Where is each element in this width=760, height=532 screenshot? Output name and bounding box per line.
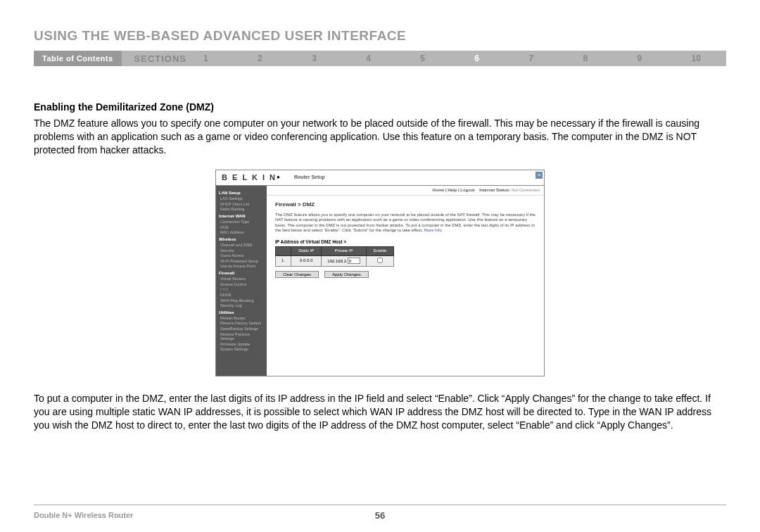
sb-dns[interactable]: DNS — [219, 225, 264, 230]
para-instructions: To put a computer in the DMZ, enter the … — [34, 392, 726, 432]
section-10[interactable]: 10 — [688, 53, 705, 63]
status-value: Not Connected — [512, 188, 540, 192]
sb-sec-log[interactable]: Security Log — [219, 303, 264, 308]
router-header: B E L K I N ● Router Setup × — [216, 170, 544, 186]
ip-label: IP Address of Virtual DMZ Host > — [275, 239, 536, 245]
sb-ddns[interactable]: DDNS — [219, 293, 264, 298]
sb-access-control[interactable]: Access Control — [219, 282, 264, 287]
sb-conn-type[interactable]: Connection Type — [219, 220, 264, 224]
topbar-links[interactable]: Home | Help | Logout — [433, 188, 475, 192]
toc-link[interactable]: Table of Contents — [34, 51, 122, 66]
sb-virtual-servers[interactable]: Virtual Servers — [219, 277, 264, 281]
private-ip-input[interactable] — [348, 258, 360, 264]
page-number: 56 — [375, 510, 385, 521]
sb-save-backup[interactable]: Save/Backup Settings — [219, 327, 264, 331]
clear-changes-button[interactable]: Clear Changes — [275, 271, 319, 278]
th-enable: Enable — [366, 247, 394, 255]
section-7[interactable]: 7 — [524, 53, 538, 63]
section-4[interactable]: 4 — [362, 53, 375, 63]
sb-static-routing[interactable]: Static Routing — [219, 207, 264, 212]
apply-changes-button[interactable]: Apply Changes — [324, 271, 369, 278]
dmz-table: Static IP Private IP Enable 1. 0.0.0.0 1… — [275, 246, 394, 266]
sb-utilities[interactable]: Utilities — [219, 310, 264, 315]
more-info-link[interactable]: More Info — [424, 228, 442, 232]
sb-firmware[interactable]: Firmware Update — [219, 342, 264, 347]
sb-ap[interactable]: Use as Access Point — [219, 264, 264, 269]
sb-restore-default[interactable]: Restore Factory Default — [219, 321, 264, 326]
sb-firewall[interactable]: Firewall — [219, 271, 264, 276]
th-blank — [276, 247, 291, 255]
sb-internet-wan[interactable]: Internet WAN — [219, 214, 264, 219]
sb-dmz[interactable]: DMZ — [219, 287, 264, 292]
section-6[interactable]: 6 — [470, 53, 483, 63]
close-icon[interactable]: × — [536, 172, 543, 179]
section-numbers: 1 2 3 4 5 6 7 8 9 10 — [199, 53, 726, 63]
router-topbar: Home | Help | Logout Internet Status: No… — [267, 186, 544, 196]
sb-restore-prev[interactable]: Restore Previous Settings — [219, 332, 264, 341]
section-9[interactable]: 9 — [633, 53, 647, 63]
sb-wps[interactable]: Wi-Fi Protected Setup — [219, 259, 264, 264]
page-title: USING THE WEB-BASED ADVANCED USER INTERF… — [34, 28, 726, 44]
section-1[interactable]: 1 — [199, 53, 213, 63]
router-screenshot: B E L K I N ● Router Setup × LAN Setup L… — [215, 170, 545, 376]
breadcrumb: Firewall > DMZ — [275, 201, 536, 208]
private-ip-cell: 192.168.2. — [322, 255, 366, 266]
belkin-logo: B E L K I N — [222, 173, 277, 182]
th-private-ip: Private IP — [322, 247, 366, 255]
product-name: Double N+ Wireless Router — [34, 511, 133, 519]
page-footer: Double N+ Wireless Router 56 — [34, 505, 726, 519]
router-setup-label: Router Setup — [294, 175, 325, 180]
sb-system[interactable]: System Settings — [219, 347, 264, 352]
enable-checkbox[interactable] — [377, 258, 383, 263]
sb-channel[interactable]: Channel and SSID — [219, 243, 264, 248]
section-bar: Table of Contents SECTIONS 1 2 3 4 5 6 7… — [34, 51, 726, 66]
router-desc: The DMZ feature allows you to specify on… — [275, 213, 536, 234]
sb-security[interactable]: Security — [219, 248, 264, 253]
sb-restart[interactable]: Restart Router — [219, 316, 264, 321]
logo-dot-icon: ● — [277, 174, 280, 181]
row-num: 1. — [276, 255, 291, 266]
sb-mac[interactable]: MAC Address — [219, 230, 264, 235]
section-3[interactable]: 3 — [308, 53, 321, 63]
sections-label: SECTIONS — [122, 53, 199, 64]
section-5[interactable]: 5 — [416, 53, 429, 63]
table-row: 1. 0.0.0.0 192.168.2. — [276, 255, 394, 266]
section-8[interactable]: 8 — [578, 53, 592, 63]
sb-dhcp[interactable]: DHCP Client List — [219, 202, 264, 207]
th-static-ip: Static IP — [291, 247, 322, 255]
sb-wan-ping[interactable]: WAN Ping Blocking — [219, 298, 264, 303]
router-main: Home | Help | Logout Internet Status: No… — [267, 186, 544, 376]
sb-lan-setup[interactable]: LAN Setup — [219, 191, 264, 196]
sb-wireless[interactable]: Wireless — [219, 237, 264, 242]
sb-guest[interactable]: Guest Access — [219, 253, 264, 258]
para-intro: The DMZ feature allows you to specify on… — [34, 117, 726, 157]
status-label: Internet Status: — [479, 188, 510, 192]
static-ip-cell: 0.0.0.0 — [291, 255, 322, 266]
router-sidebar: LAN Setup LAN Settings DHCP Client List … — [216, 186, 267, 376]
enable-cell — [366, 255, 394, 266]
sb-lan-settings[interactable]: LAN Settings — [219, 196, 264, 201]
sub-heading: Enabling the Demilitarized Zone (DMZ) — [34, 101, 726, 113]
section-2[interactable]: 2 — [253, 53, 267, 63]
